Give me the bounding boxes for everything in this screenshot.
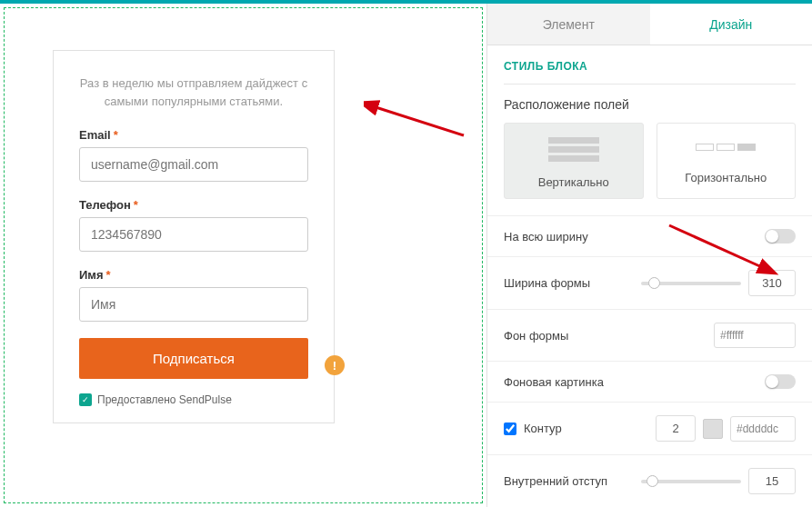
- annotation-arrow-1: [364, 99, 473, 144]
- bg-color-label: Фон формы: [504, 329, 568, 343]
- form-intro-text: Раз в неделю мы отправляем дайджест с са…: [79, 75, 308, 110]
- warning-icon[interactable]: !: [325, 355, 345, 375]
- full-width-toggle[interactable]: [765, 229, 796, 244]
- sendpulse-icon: ✓: [79, 393, 92, 406]
- tab-element[interactable]: Элемент: [487, 4, 650, 45]
- properties-panel: Элемент Дизайн СТИЛЬ БЛОКА Расположение …: [486, 4, 812, 507]
- bg-image-row: Фоновая картинка: [487, 361, 812, 402]
- phone-label: Телефон*: [79, 198, 308, 212]
- padding-input[interactable]: [748, 468, 796, 494]
- padding-row: Внутренний отступ: [487, 454, 812, 507]
- outline-label: Контур: [524, 422, 562, 435]
- full-width-row: На всю ширину: [487, 215, 812, 256]
- full-width-label: На всю ширину: [504, 230, 588, 244]
- name-field[interactable]: [79, 287, 308, 322]
- phone-field[interactable]: [79, 217, 308, 252]
- vertical-preview-icon: [548, 134, 599, 164]
- layout-heading: Расположение полей: [487, 84, 812, 123]
- panel-tabs: Элемент Дизайн: [487, 4, 812, 45]
- email-label: Email*: [79, 128, 308, 142]
- bg-color-input[interactable]: [714, 323, 796, 348]
- outline-width-input[interactable]: [656, 415, 696, 442]
- outline-color-input[interactable]: [730, 416, 796, 442]
- bg-image-label: Фоновая картинка: [504, 375, 604, 389]
- layout-options: Вертикально Горизонтально: [487, 123, 812, 215]
- subscribe-button[interactable]: Подписаться: [79, 338, 308, 379]
- padding-slider[interactable]: [641, 480, 741, 483]
- svg-line-0: [373, 106, 464, 135]
- layout-vertical-option[interactable]: Вертикально: [504, 123, 644, 199]
- outline-row: Контур: [487, 402, 812, 454]
- section-title: СТИЛЬ БЛОКА: [487, 45, 812, 84]
- canvas-area[interactable]: Раз в неделю мы отправляем дайджест с са…: [4, 7, 483, 503]
- tab-design[interactable]: Дизайн: [650, 4, 813, 45]
- horizontal-preview-icon: [696, 134, 756, 160]
- attribution: ✓ Предоставлено SendPulse: [79, 393, 308, 406]
- layout-horizontal-option[interactable]: Горизонтально: [657, 123, 797, 199]
- form-width-input[interactable]: [748, 270, 796, 296]
- subscription-form[interactable]: Раз в неделю мы отправляем дайджест с са…: [53, 50, 335, 423]
- bg-image-toggle[interactable]: [765, 374, 796, 389]
- name-label: Имя*: [79, 268, 308, 282]
- form-width-row: Ширина формы: [487, 256, 812, 309]
- bg-color-row: Фон формы: [487, 309, 812, 361]
- outline-color-swatch[interactable]: [703, 419, 723, 439]
- padding-label: Внутренний отступ: [504, 474, 607, 488]
- form-width-slider[interactable]: [641, 282, 741, 285]
- form-width-label: Ширина формы: [504, 276, 590, 290]
- email-field[interactable]: [79, 147, 308, 182]
- outline-checkbox[interactable]: [504, 422, 516, 435]
